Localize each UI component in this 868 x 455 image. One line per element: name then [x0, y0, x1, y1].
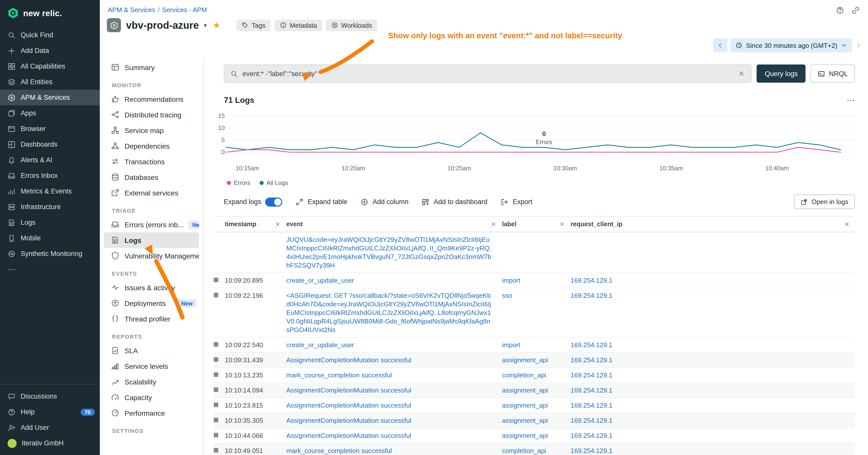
nav-metrics-events[interactable]: Metrics & Events [0, 184, 100, 199]
permalink-icon[interactable] [851, 6, 860, 14]
table-row[interactable]: 10:10:23.815AssignmentCompletionMutation… [214, 398, 855, 413]
nav-all-entities[interactable]: All Entities [0, 74, 100, 90]
event-link[interactable]: AssignmentCompletionMutation successful [286, 387, 411, 394]
event-link[interactable]: create_or_update_user [286, 341, 354, 349]
subnav-item-errors-errors-inb[interactable]: Errors (errors inb...New [104, 217, 199, 232]
event-link[interactable]: JUQVU&code=eyJraWQiOiJjcGltY29yZV8wOTl1M… [286, 236, 492, 269]
nav-iterativ-gmbh[interactable]: Iterativ GmbH [0, 435, 100, 451]
row-checkbox[interactable] [214, 448, 218, 453]
tags-pill-button[interactable]: Tags [237, 20, 271, 31]
expand-logs-button[interactable]: Expand logs [224, 197, 282, 206]
event-link[interactable]: AssignmentCompletionMutation successful [286, 356, 411, 364]
subnav-item-distributed-tracing[interactable]: Distributed tracing [104, 107, 199, 123]
ip-link[interactable]: 169.254.129.1 [570, 387, 613, 394]
logs-query-input[interactable]: event:* -"label":"security" [224, 65, 751, 83]
subnav-item-deployments[interactable]: DeploymentsNew [104, 295, 199, 311]
subnav-item-service-map[interactable]: Service map [104, 123, 199, 138]
ip-link[interactable]: 169.254.129.1 [570, 292, 613, 299]
table-row[interactable]: 10:10:14.094AssignmentCompletionMutation… [214, 383, 855, 398]
column-header-label[interactable]: label [502, 217, 570, 232]
event-link[interactable]: AssignmentCompletionMutation successful [286, 401, 411, 409]
subnav-item-issues-activity[interactable]: Issues & activity [104, 280, 199, 295]
legend-all-logs[interactable]: All Logs [259, 180, 288, 187]
ip-link[interactable]: 169.254.129.1 [570, 356, 613, 364]
table-row[interactable]: 10:09:22.540create_or_update_userimport1… [214, 337, 855, 353]
table-row[interactable]: 10:09:22.196<ASGIRequest: GET '/sso/call… [214, 288, 855, 337]
column-header-event[interactable]: event [286, 217, 502, 232]
subnav-item-performance[interactable]: Performance [104, 405, 199, 421]
remove-column-button[interactable] [844, 221, 850, 227]
nav-discussions[interactable]: Discussions [0, 389, 100, 404]
table-row[interactable]: 10:09:20.895create_or_update_userimport1… [214, 273, 855, 288]
ip-link[interactable]: 169.254.129.1 [570, 401, 613, 409]
nav-errors-inbox[interactable]: Errors Inbox [0, 168, 100, 184]
ip-link[interactable]: 169.254.129.1 [570, 432, 613, 440]
time-back-button[interactable] [713, 38, 727, 53]
row-checkbox[interactable] [214, 388, 218, 392]
label-link[interactable]: assignment_api [502, 401, 548, 409]
subnav-item-service-levels[interactable]: Service levels [104, 358, 199, 374]
row-checkbox[interactable] [214, 372, 218, 377]
nav-quick-find[interactable]: Quick Find [0, 27, 100, 43]
label-link[interactable]: assignment_api [502, 356, 548, 364]
column-header-request-client-ip[interactable]: request_client_ip [570, 217, 855, 232]
remove-column-button[interactable] [491, 221, 496, 227]
legend-errors[interactable]: Errors [227, 180, 250, 187]
table-row[interactable]: 10:09:31.439AssignmentCompletionMutation… [214, 353, 855, 368]
remove-column-button[interactable] [559, 221, 565, 227]
table-row[interactable]: JUQVU&code=eyJraWQiOiJjcGltY29yZV8wOTl1M… [214, 232, 855, 273]
help-icon[interactable] [836, 6, 844, 14]
subnav-item-scalability[interactable]: Scalability [104, 374, 199, 390]
nav-logs[interactable]: Logs [0, 215, 100, 230]
label-link[interactable]: assignment_api [502, 417, 548, 424]
row-checkbox[interactable] [214, 433, 218, 437]
row-checkbox[interactable] [214, 418, 218, 422]
nrql-button[interactable]: NRQL [811, 65, 855, 83]
label-link[interactable]: sso [502, 292, 512, 299]
subnav-item-dependencies[interactable]: Dependencies [104, 138, 199, 154]
row-checkbox[interactable] [214, 402, 218, 407]
export-button[interactable]: Export [500, 198, 532, 206]
nav-apm-services[interactable]: APM & Services [0, 90, 100, 105]
query-logs-button[interactable]: Query logs [756, 65, 806, 83]
event-link[interactable]: mark_course_completion successful [286, 371, 392, 379]
more-options-icon[interactable] [846, 96, 855, 104]
entity-switcher-caret[interactable]: ▾ [204, 22, 207, 29]
favorite-star-icon[interactable]: ★ [213, 20, 220, 31]
subnav-item-sla[interactable]: SLA [104, 343, 199, 358]
row-checkbox[interactable] [214, 342, 218, 347]
expand-table-button[interactable]: Expand table [296, 198, 347, 206]
row-checkbox[interactable] [214, 293, 218, 297]
event-link[interactable]: <ASGIRequest: GET '/sso/callback/?state=… [286, 292, 491, 333]
ip-link[interactable]: 169.254.129.1 [570, 417, 613, 424]
row-checkbox[interactable] [214, 278, 218, 282]
label-link[interactable]: completion_api [502, 371, 546, 379]
time-picker[interactable]: Since 30 minutes ago (GMT+2) [731, 38, 852, 53]
label-link[interactable]: assignment_api [502, 387, 548, 394]
open-in-logs-button[interactable]: Open in logs [794, 195, 855, 209]
clear-query-button[interactable] [738, 70, 745, 77]
label-link[interactable]: import [502, 341, 520, 349]
nav-all-capabilities[interactable]: All Capabilities [0, 59, 100, 74]
subnav-item-external-services[interactable]: External services [104, 185, 199, 200]
time-forward-button[interactable] [855, 42, 862, 49]
column-header-timestamp[interactable]: timestamp [225, 217, 286, 232]
event-link[interactable]: AssignmentCompletionMutation successful [286, 417, 411, 424]
label-link[interactable]: import [502, 277, 520, 284]
subnav-item-summary[interactable]: Summary [104, 60, 199, 75]
event-link[interactable]: create_or_update_user [286, 277, 354, 284]
nav-mobile[interactable]: Mobile [0, 230, 100, 246]
table-row[interactable]: 10:10:44.066AssignmentCompletionMutation… [214, 428, 855, 444]
subnav-item-thread-profiler[interactable]: Thread profiler [104, 311, 199, 326]
subnav-item-capacity[interactable]: Capacity [104, 390, 199, 405]
add-to-dashboard-button[interactable]: Add to dashboard [422, 198, 488, 206]
workloads-pill-button[interactable]: Workloads [326, 20, 377, 31]
nav-help[interactable]: Help70 [0, 404, 100, 420]
nav-more[interactable] [0, 261, 100, 277]
nav-apps[interactable]: Apps [0, 105, 100, 121]
table-row[interactable]: 10:10:49.051mark_course_completion succe… [214, 444, 855, 455]
subnav-item-logs[interactable]: Logs [104, 232, 199, 248]
nav-dashboards[interactable]: Dashboards [0, 136, 100, 152]
subnav-item-recommendations[interactable]: Recommendations [104, 91, 199, 107]
subnav-item-vulnerability-management[interactable]: Vulnerability Management [104, 248, 199, 263]
